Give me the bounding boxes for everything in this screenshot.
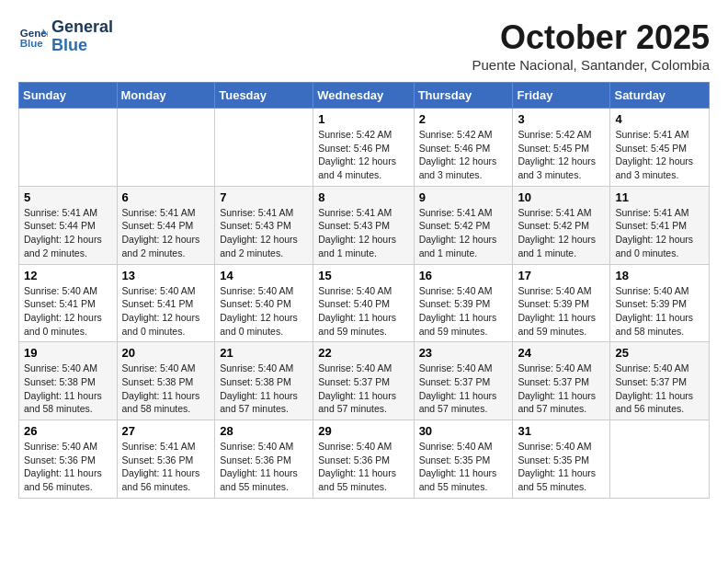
day-number: 11	[615, 190, 704, 204]
svg-text:Blue: Blue	[20, 37, 44, 48]
day-info: Sunrise: 5:40 AM Sunset: 5:36 PM Dayligh…	[318, 440, 408, 494]
calendar-cell	[117, 109, 215, 187]
calendar-cell	[215, 109, 313, 187]
day-number: 26	[24, 424, 112, 438]
calendar-cell: 9Sunrise: 5:41 AM Sunset: 5:42 PM Daylig…	[414, 186, 513, 264]
day-number: 9	[419, 190, 508, 204]
calendar-cell: 19Sunrise: 5:40 AM Sunset: 5:38 PM Dayli…	[19, 342, 118, 420]
calendar-cell: 20Sunrise: 5:40 AM Sunset: 5:38 PM Dayli…	[117, 342, 215, 420]
header-row: SundayMondayTuesdayWednesdayThursdayFrid…	[19, 83, 710, 109]
calendar-cell: 6Sunrise: 5:41 AM Sunset: 5:44 PM Daylig…	[117, 186, 215, 264]
day-number: 20	[122, 346, 210, 360]
day-number: 1	[318, 112, 408, 126]
day-info: Sunrise: 5:41 AM Sunset: 5:42 PM Dayligh…	[419, 206, 508, 260]
day-number: 22	[318, 346, 408, 360]
calendar-body: 1Sunrise: 5:42 AM Sunset: 5:46 PM Daylig…	[19, 109, 710, 499]
day-number: 18	[615, 269, 704, 282]
day-info: Sunrise: 5:40 AM Sunset: 5:38 PM Dayligh…	[24, 362, 112, 416]
day-number: 23	[419, 346, 508, 360]
day-number: 24	[518, 346, 605, 360]
calendar-cell: 27Sunrise: 5:41 AM Sunset: 5:36 PM Dayli…	[117, 420, 215, 499]
day-info: Sunrise: 5:40 AM Sunset: 5:39 PM Dayligh…	[419, 284, 508, 339]
calendar-table: SundayMondayTuesdayWednesdayThursdayFrid…	[18, 82, 710, 499]
day-info: Sunrise: 5:40 AM Sunset: 5:38 PM Dayligh…	[122, 362, 210, 416]
header-tuesday: Tuesday	[215, 83, 313, 109]
logo-text-blue: Blue	[51, 37, 113, 55]
day-info: Sunrise: 5:41 AM Sunset: 5:43 PM Dayligh…	[318, 206, 408, 260]
header-saturday: Saturday	[610, 83, 710, 109]
day-number: 7	[220, 190, 308, 204]
month-title: October 2025	[472, 18, 710, 57]
day-number: 5	[24, 190, 112, 204]
day-number: 30	[419, 424, 508, 438]
location-subtitle: Puente Nacional, Santander, Colombia	[472, 57, 710, 73]
header-sunday: Sunday	[19, 83, 118, 109]
calendar-cell: 13Sunrise: 5:40 AM Sunset: 5:41 PM Dayli…	[117, 264, 215, 342]
day-info: Sunrise: 5:40 AM Sunset: 5:41 PM Dayligh…	[122, 284, 210, 339]
day-info: Sunrise: 5:40 AM Sunset: 5:41 PM Dayligh…	[24, 284, 112, 339]
calendar-cell: 23Sunrise: 5:40 AM Sunset: 5:37 PM Dayli…	[414, 342, 513, 420]
calendar-cell: 11Sunrise: 5:41 AM Sunset: 5:41 PM Dayli…	[610, 186, 710, 264]
calendar-cell: 31Sunrise: 5:40 AM Sunset: 5:35 PM Dayli…	[513, 420, 610, 499]
day-info: Sunrise: 5:40 AM Sunset: 5:37 PM Dayligh…	[318, 362, 408, 416]
day-number: 6	[122, 190, 210, 204]
week-row-5: 26Sunrise: 5:40 AM Sunset: 5:36 PM Dayli…	[19, 420, 710, 499]
day-info: Sunrise: 5:40 AM Sunset: 5:40 PM Dayligh…	[318, 284, 408, 339]
day-info: Sunrise: 5:41 AM Sunset: 5:44 PM Dayligh…	[122, 206, 210, 260]
day-info: Sunrise: 5:40 AM Sunset: 5:35 PM Dayligh…	[518, 440, 605, 494]
calendar-cell: 14Sunrise: 5:40 AM Sunset: 5:40 PM Dayli…	[215, 264, 313, 342]
day-info: Sunrise: 5:40 AM Sunset: 5:39 PM Dayligh…	[518, 284, 605, 339]
day-info: Sunrise: 5:40 AM Sunset: 5:37 PM Dayligh…	[518, 362, 605, 416]
calendar-cell	[19, 109, 118, 187]
week-row-1: 1Sunrise: 5:42 AM Sunset: 5:46 PM Daylig…	[19, 109, 710, 187]
day-info: Sunrise: 5:40 AM Sunset: 5:37 PM Dayligh…	[419, 362, 508, 416]
day-number: 29	[318, 424, 408, 438]
calendar-cell: 1Sunrise: 5:42 AM Sunset: 5:46 PM Daylig…	[313, 109, 414, 187]
calendar-cell	[610, 420, 710, 499]
day-number: 15	[318, 269, 408, 282]
day-info: Sunrise: 5:42 AM Sunset: 5:45 PM Dayligh…	[518, 128, 605, 182]
day-number: 19	[24, 346, 112, 360]
day-number: 10	[518, 190, 605, 204]
day-info: Sunrise: 5:40 AM Sunset: 5:36 PM Dayligh…	[24, 440, 112, 494]
day-info: Sunrise: 5:41 AM Sunset: 5:41 PM Dayligh…	[615, 206, 704, 260]
day-number: 27	[122, 424, 210, 438]
day-number: 14	[220, 269, 308, 282]
calendar-cell: 4Sunrise: 5:41 AM Sunset: 5:45 PM Daylig…	[610, 109, 710, 187]
day-number: 3	[518, 112, 605, 126]
calendar-cell: 7Sunrise: 5:41 AM Sunset: 5:43 PM Daylig…	[215, 186, 313, 264]
day-info: Sunrise: 5:40 AM Sunset: 5:36 PM Dayligh…	[220, 440, 308, 494]
calendar-cell: 8Sunrise: 5:41 AM Sunset: 5:43 PM Daylig…	[313, 186, 414, 264]
week-row-4: 19Sunrise: 5:40 AM Sunset: 5:38 PM Dayli…	[19, 342, 710, 420]
calendar-cell: 30Sunrise: 5:40 AM Sunset: 5:35 PM Dayli…	[414, 420, 513, 499]
logo: General Blue General Blue	[18, 18, 113, 55]
day-info: Sunrise: 5:41 AM Sunset: 5:42 PM Dayligh…	[518, 206, 605, 260]
calendar-cell: 16Sunrise: 5:40 AM Sunset: 5:39 PM Dayli…	[414, 264, 513, 342]
logo-icon: General Blue	[18, 22, 48, 52]
day-number: 2	[419, 112, 508, 126]
day-info: Sunrise: 5:40 AM Sunset: 5:37 PM Dayligh…	[615, 362, 704, 416]
calendar-cell: 2Sunrise: 5:42 AM Sunset: 5:46 PM Daylig…	[414, 109, 513, 187]
header-monday: Monday	[117, 83, 215, 109]
day-info: Sunrise: 5:41 AM Sunset: 5:45 PM Dayligh…	[615, 128, 704, 182]
logo-text-general: General	[51, 18, 113, 37]
calendar-cell: 17Sunrise: 5:40 AM Sunset: 5:39 PM Dayli…	[513, 264, 610, 342]
day-number: 4	[615, 112, 704, 126]
calendar-cell: 5Sunrise: 5:41 AM Sunset: 5:44 PM Daylig…	[19, 186, 118, 264]
calendar-cell: 22Sunrise: 5:40 AM Sunset: 5:37 PM Dayli…	[313, 342, 414, 420]
day-number: 31	[518, 424, 605, 438]
page-header: General Blue General Blue October 2025 P…	[18, 18, 710, 73]
day-info: Sunrise: 5:41 AM Sunset: 5:43 PM Dayligh…	[220, 206, 308, 260]
day-number: 8	[318, 190, 408, 204]
day-info: Sunrise: 5:41 AM Sunset: 5:44 PM Dayligh…	[24, 206, 112, 260]
day-info: Sunrise: 5:42 AM Sunset: 5:46 PM Dayligh…	[318, 128, 408, 182]
calendar-cell: 3Sunrise: 5:42 AM Sunset: 5:45 PM Daylig…	[513, 109, 610, 187]
day-info: Sunrise: 5:40 AM Sunset: 5:35 PM Dayligh…	[419, 440, 508, 494]
calendar-cell: 26Sunrise: 5:40 AM Sunset: 5:36 PM Dayli…	[19, 420, 118, 499]
header-wednesday: Wednesday	[313, 83, 414, 109]
day-info: Sunrise: 5:41 AM Sunset: 5:36 PM Dayligh…	[122, 440, 210, 494]
calendar-cell: 25Sunrise: 5:40 AM Sunset: 5:37 PM Dayli…	[610, 342, 710, 420]
calendar-cell: 12Sunrise: 5:40 AM Sunset: 5:41 PM Dayli…	[19, 264, 118, 342]
calendar-cell: 28Sunrise: 5:40 AM Sunset: 5:36 PM Dayli…	[215, 420, 313, 499]
title-block: October 2025 Puente Nacional, Santander,…	[472, 18, 710, 73]
